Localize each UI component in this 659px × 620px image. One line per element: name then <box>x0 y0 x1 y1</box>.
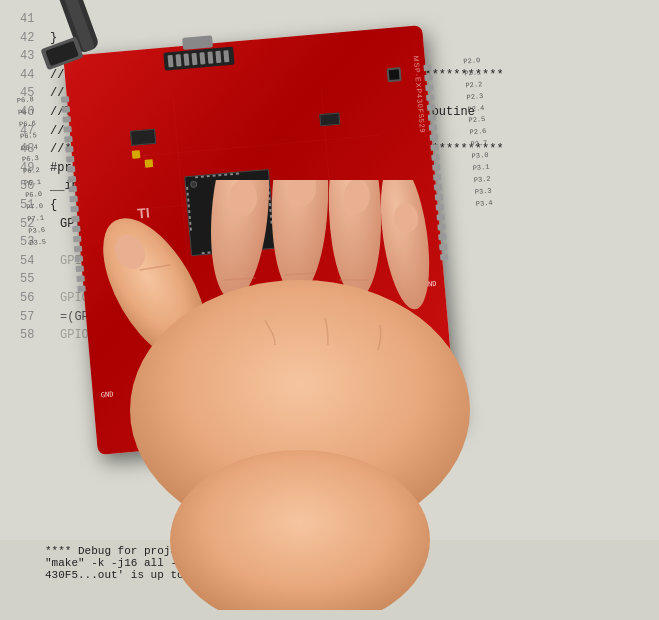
usb-cable <box>15 0 178 120</box>
svg-line-4 <box>125 135 378 157</box>
svg-rect-31 <box>236 170 239 175</box>
svg-point-61 <box>344 180 370 213</box>
capacitor-1 <box>132 150 141 159</box>
small-chip-2 <box>319 113 340 127</box>
button-sw1[interactable] <box>387 67 402 82</box>
hand-overlay <box>60 180 520 610</box>
small-chip-1 <box>130 129 156 146</box>
capacitor-2 <box>145 159 154 168</box>
svg-point-59 <box>229 180 257 216</box>
svg-point-52 <box>373 180 437 312</box>
